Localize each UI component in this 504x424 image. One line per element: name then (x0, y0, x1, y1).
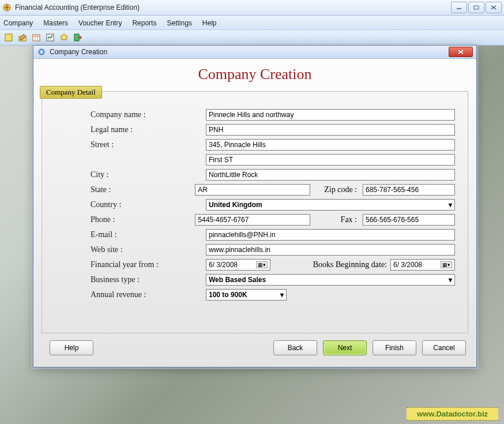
label-zip: Zip code : (310, 185, 363, 194)
state-field[interactable] (195, 184, 310, 196)
fin-year-date-picker[interactable]: 6/ 3/2008 ▦▾ (206, 259, 270, 271)
books-begin-value: 6/ 3/2008 (393, 261, 441, 269)
label-fax: Fax : (310, 215, 363, 224)
dialog-body: Company Creation Company Detail Company … (33, 59, 476, 367)
label-fin-year: Financial year from : (55, 260, 206, 269)
maximize-button[interactable] (468, 2, 484, 13)
back-button[interactable]: Back (273, 340, 317, 355)
dialog-heading: Company Creation (42, 66, 468, 83)
menu-reports[interactable]: Reports (132, 19, 156, 27)
company-name-field[interactable] (206, 109, 455, 121)
svg-rect-7 (33, 35, 40, 41)
svg-rect-2 (474, 6, 479, 9)
dialog-close-button[interactable] (449, 47, 473, 57)
svg-point-14 (40, 51, 43, 53)
label-phone: Phone : (55, 215, 195, 224)
business-type-select[interactable]: Web Based Sales ▾ (206, 274, 455, 286)
label-email: E-mail : (55, 230, 206, 239)
chevron-down-icon: ▾ (280, 291, 284, 299)
dialog-button-row: Help Back Next Finish Cancel (42, 333, 468, 361)
business-type-value: Web Based Sales (209, 276, 266, 284)
label-business-type: Business type : (55, 275, 206, 284)
window-title: Financial Accounting (Enterprise Edition… (15, 3, 451, 12)
country-value: United Kingdom (209, 201, 262, 209)
menu-voucher[interactable]: Voucher Entry (78, 19, 122, 27)
app-icon (2, 3, 12, 12)
svg-rect-5 (5, 34, 12, 41)
group-label: Company Detail (40, 86, 102, 99)
chevron-down-icon: ▾ (449, 201, 452, 209)
finish-button[interactable]: Finish (373, 340, 416, 355)
menu-masters[interactable]: Masters (43, 19, 68, 27)
minimize-button[interactable] (451, 2, 467, 13)
calendar-dropdown-icon: ▦▾ (256, 261, 268, 268)
toolbar-new-icon[interactable] (3, 32, 14, 43)
help-button[interactable]: Help (50, 340, 93, 355)
window-buttons (451, 2, 502, 13)
toolbar (0, 30, 504, 46)
street1-field[interactable] (206, 139, 455, 151)
menubar: Company Masters Voucher Entry Reports Se… (0, 16, 504, 30)
company-creation-dialog: Company Creation Company Creation Compan… (33, 45, 477, 367)
toolbar-calendar-icon[interactable] (31, 32, 42, 43)
close-button[interactable] (486, 2, 502, 13)
books-begin-date-picker[interactable]: 6/ 3/2008 ▦▾ (390, 259, 455, 271)
phone-field[interactable] (195, 214, 310, 226)
chevron-down-icon: ▾ (449, 276, 452, 284)
dialog-icon (37, 47, 46, 57)
toolbar-edit-icon[interactable] (17, 32, 28, 43)
city-field[interactable] (206, 169, 455, 181)
annual-revenue-select[interactable]: 100 to 900K ▾ (206, 289, 287, 301)
street2-field[interactable] (206, 154, 455, 166)
toolbar-tag-icon[interactable] (59, 32, 69, 43)
watermark: www.Datadoctor.biz (407, 407, 498, 421)
app-window: Financial Accounting (Enterprise Edition… (0, 0, 504, 424)
toolbar-report-icon[interactable] (45, 32, 55, 43)
zip-field[interactable] (363, 184, 455, 196)
company-detail-group: Company Detail Company name : Legal name… (42, 91, 468, 333)
label-company-name: Company name : (55, 110, 206, 119)
legal-name-field[interactable] (206, 124, 455, 136)
dialog-titlebar: Company Creation (33, 46, 476, 59)
menu-settings[interactable]: Settings (167, 19, 191, 27)
email-field[interactable] (206, 229, 455, 241)
country-select[interactable]: United Kingdom ▾ (206, 199, 455, 211)
dialog-title: Company Creation (50, 48, 449, 56)
annual-revenue-value: 100 to 900K (209, 291, 247, 299)
label-street: Street : (55, 140, 206, 149)
label-legal-name: Legal name : (55, 125, 206, 134)
cancel-button[interactable]: Cancel (422, 340, 466, 355)
titlebar: Financial Accounting (Enterprise Edition… (0, 0, 504, 16)
label-country: Country : (55, 200, 206, 209)
website-field[interactable] (206, 244, 455, 256)
fax-field[interactable] (363, 214, 455, 226)
fin-year-value: 6/ 3/2008 (209, 261, 256, 269)
toolbar-exit-icon[interactable] (73, 32, 83, 43)
calendar-dropdown-icon: ▦▾ (441, 261, 452, 268)
label-website: Web site : (55, 245, 206, 254)
label-books-begin: Books Beginning date: (270, 260, 390, 269)
menu-company[interactable]: Company (3, 19, 33, 27)
label-city: City : (55, 170, 206, 179)
next-button[interactable]: Next (323, 340, 367, 355)
label-state: State : (55, 185, 195, 194)
menu-help[interactable]: Help (202, 19, 217, 27)
label-annual-revenue: Annual revenue : (55, 290, 206, 299)
